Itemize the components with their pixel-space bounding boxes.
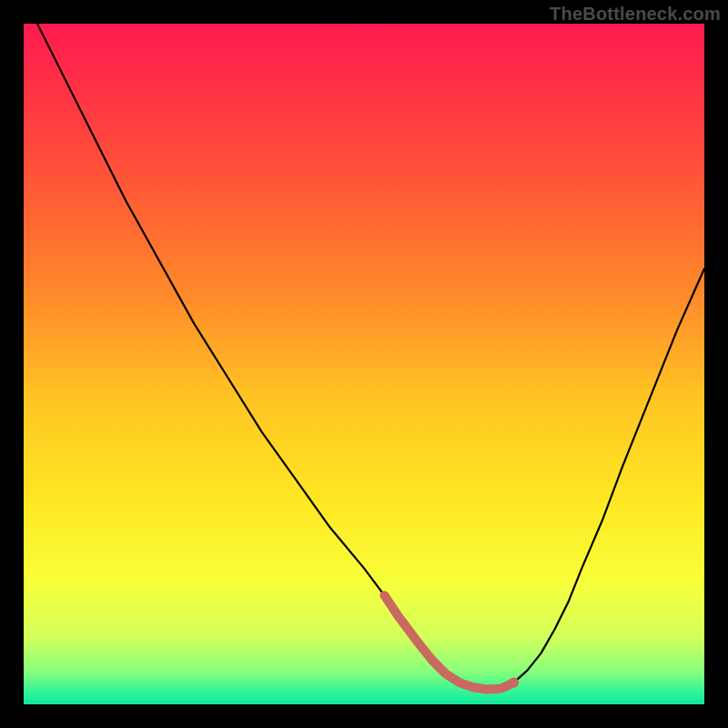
chart-frame: TheBottleneck.com <box>0 0 728 728</box>
gradient-background <box>24 24 704 704</box>
plot-area <box>24 24 704 704</box>
highlight-marker <box>509 678 519 688</box>
chart-svg <box>24 24 704 704</box>
watermark-text: TheBottleneck.com <box>550 4 721 25</box>
